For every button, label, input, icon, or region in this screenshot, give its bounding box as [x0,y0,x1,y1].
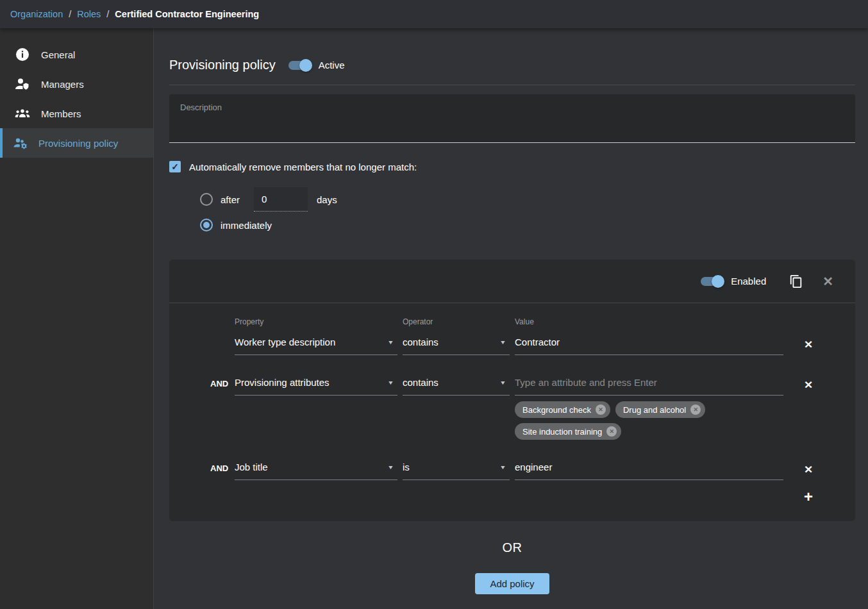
or-label: OR [169,540,855,555]
after-label: after [221,194,240,205]
after-days-radio[interactable] [200,193,213,206]
remove-policy-button[interactable]: ✕ [822,275,833,288]
active-toggle[interactable] [288,61,310,70]
attribute-chips: Background check ✕ Drug and alcohol ✕ Si… [515,401,783,440]
provisioning-gear-icon [12,135,28,151]
value-input-text: engineer [515,462,552,472]
property-select-value: Worker type description [235,337,335,347]
chevron-down-icon: ▾ [501,338,505,346]
operator-select-value: is [403,462,410,472]
days-suffix-label: days [317,194,337,205]
heading-divider [169,85,855,85]
info-icon [15,47,30,62]
sidebar-item-label: Managers [41,79,84,90]
attribute-chip: Site induction training ✕ [515,423,621,440]
topbar: Organization / Roles / Certified Contrac… [0,0,868,28]
property-select[interactable]: Job title ▾ [235,462,397,480]
value-input[interactable]: Contractor [515,337,783,355]
value-input[interactable]: engineer [515,462,783,480]
breadcrumb-separator: / [69,9,71,19]
chip-label: Background check [522,405,591,415]
property-select[interactable]: Provisioning attributes ▾ [235,377,397,396]
operator-select[interactable]: is ▾ [403,462,510,480]
chevron-down-icon: ▾ [388,379,392,386]
copy-policy-button[interactable] [789,274,803,288]
sidebar-item-label: Provisioning policy [38,138,118,149]
sidebar: General Managers Members Provisioning po… [0,28,154,609]
add-rule-button[interactable]: + [804,489,813,505]
operator-select-value: contains [403,337,438,347]
attribute-chip: Drug and alcohol ✕ [615,401,705,418]
copy-icon [789,274,803,288]
chip-delete-icon[interactable]: ✕ [690,405,701,415]
description-textarea[interactable]: Description [169,94,855,143]
property-select-value: Job title [235,462,268,472]
page-title: Provisioning policy [169,58,276,72]
operator-select-value: contains [403,377,438,388]
sidebar-item-label: General [41,49,75,60]
column-header-value: Value [515,317,789,326]
breadcrumb-organization[interactable]: Organization [10,9,63,19]
operator-select[interactable]: contains ▾ [403,377,510,396]
operator-select[interactable]: contains ▾ [403,337,510,355]
immediately-radio[interactable] [200,219,213,231]
delete-rule-button[interactable]: ✕ [804,337,813,351]
rule-row: AND Job title ▾ is ▾ engineer ✕ [169,462,855,480]
chip-label: Drug and alcohol [623,405,686,415]
attribute-chip: Background check ✕ [515,401,610,418]
chevron-down-icon: ▾ [501,379,505,386]
chip-label: Site induction training [522,427,602,437]
sidebar-item-managers[interactable]: Managers [0,69,153,99]
chevron-down-icon: ▾ [388,463,392,471]
breadcrumb-roles[interactable]: Roles [77,9,101,19]
column-header-property: Property [235,317,403,326]
policy-card: Enabled ✕ Property Operator Value Worker… [169,260,855,521]
and-label: AND [210,462,235,473]
sidebar-item-general[interactable]: General [0,40,153,69]
delete-rule-button[interactable]: ✕ [804,378,813,392]
members-group-icon [15,106,30,121]
rule-row: Worker type description ▾ contains ▾ Con… [169,337,855,355]
property-select[interactable]: Worker type description ▾ [235,337,397,355]
immediately-label: immediately [221,220,272,231]
chip-delete-icon[interactable]: ✕ [606,426,617,437]
attribute-input-placeholder: Type an attribute and press Enter [515,377,657,388]
enabled-toggle-label: Enabled [731,276,766,287]
and-label: AND [210,377,235,388]
sidebar-item-members[interactable]: Members [0,99,153,128]
chip-delete-icon[interactable]: ✕ [596,405,606,415]
enabled-toggle[interactable] [701,277,722,286]
property-select-value: Provisioning attributes [235,377,330,388]
chevron-down-icon: ▾ [501,463,505,471]
delete-rule-button[interactable]: ✕ [804,462,813,476]
main-content: Provisioning policy Active Description ✓… [154,28,868,609]
rule-row: AND Provisioning attributes ▾ contains ▾… [169,377,855,440]
chevron-down-icon: ▾ [388,338,392,346]
auto-remove-checkbox[interactable]: ✓ [169,161,181,172]
description-label: Description [180,103,222,112]
sidebar-item-provisioning-policy[interactable]: Provisioning policy [0,128,153,158]
auto-remove-label: Automatically remove members that no lon… [189,162,417,172]
breadcrumb-separator: / [106,9,109,19]
active-toggle-label: Active [319,60,345,71]
sidebar-item-label: Members [41,108,81,119]
add-policy-button[interactable]: Add policy [475,573,549,594]
days-input[interactable]: 0 [254,187,308,212]
manager-shield-icon [15,76,30,92]
attribute-input[interactable]: Type an attribute and press Enter [515,377,783,396]
value-input-text: Contractor [515,337,560,347]
column-header-operator: Operator [403,317,515,326]
breadcrumb-current-page: Certified Contractor Engineering [115,9,259,19]
